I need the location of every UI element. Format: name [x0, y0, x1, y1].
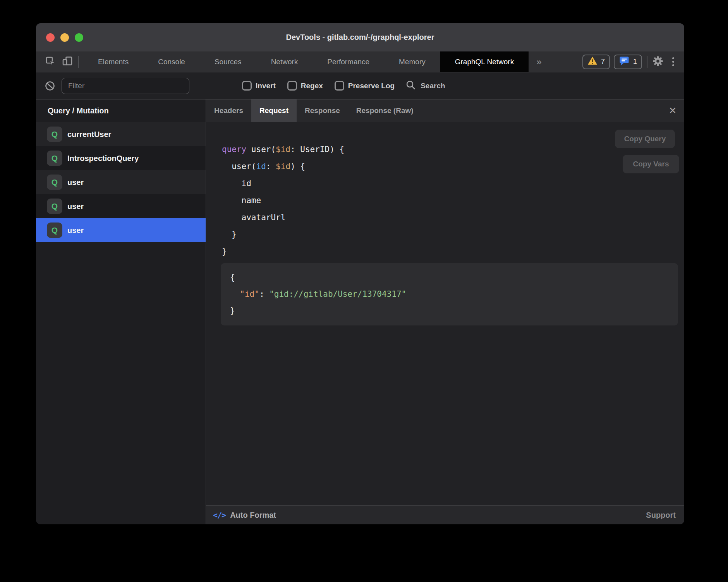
devtools-tab-graphql-network[interactable]: GraphQL Network — [440, 51, 529, 72]
query-list-item-currentuser[interactable]: QcurrentUser — [36, 122, 206, 146]
search-toggle[interactable]: Search — [405, 80, 445, 92]
query-list-item-user[interactable]: Quser — [36, 194, 206, 218]
more-options-kebab-icon[interactable] — [669, 55, 677, 68]
code-line: "id": "gid://gitlab/User/13704317" — [230, 286, 669, 303]
search-label: Search — [421, 82, 445, 90]
detail-tab-response[interactable]: Response — [297, 99, 348, 122]
detail-tab-strip: HeadersRequestResponseResponse (Raw) ✕ — [206, 99, 684, 122]
filter-bar: InvertRegexPreserve Log Search — [36, 72, 684, 99]
code-line: avatarUrl — [222, 209, 684, 226]
devtools-tab-sources[interactable]: Sources — [200, 51, 256, 72]
filter-checkboxes: InvertRegexPreserve Log — [242, 81, 395, 91]
issues-badge[interactable]: 1 — [614, 55, 642, 69]
title-bar: DevTools - gitlab.com/-/graphql-explorer — [36, 23, 684, 51]
regex-checkbox-label: Regex — [301, 82, 323, 90]
code-line: id — [222, 175, 684, 192]
auto-format-button[interactable]: Auto Format — [230, 511, 276, 520]
warnings-badge[interactable]: 7 — [582, 55, 610, 69]
query-variables-box: { "id": "gid://gitlab/User/13704317"} — [221, 263, 678, 325]
checkbox-invert[interactable]: Invert — [242, 81, 276, 91]
devtools-tab-elements[interactable]: Elements — [83, 51, 143, 72]
invert-checkbox-label: Invert — [256, 82, 276, 90]
preserve-log-checkbox-label: Preserve Log — [348, 82, 395, 90]
regex-checkbox-box[interactable] — [287, 81, 297, 91]
code-line: } — [222, 243, 684, 260]
copy-query-button[interactable]: Copy Query — [615, 130, 675, 148]
preserve-log-checkbox-box[interactable] — [335, 81, 344, 91]
query-type-badge: Q — [47, 175, 62, 190]
auto-format-icon: </> — [213, 510, 226, 520]
request-tab-content: Copy Query Copy Vars query user($id: Use… — [206, 122, 684, 505]
devtools-window: DevTools - gitlab.com/-/graphql-explorer… — [36, 23, 684, 524]
devtools-tab-memory[interactable]: Memory — [384, 51, 440, 72]
devtools-toolbar: ElementsConsoleSourcesNetworkPerformance… — [36, 51, 684, 72]
devtools-tab-strip: ElementsConsoleSourcesNetworkPerformance… — [83, 51, 529, 72]
detail-tab-headers[interactable]: Headers — [206, 99, 251, 122]
window-title: DevTools - gitlab.com/-/graphql-explorer — [36, 33, 684, 42]
settings-gear-icon[interactable] — [652, 55, 664, 68]
query-type-badge: Q — [47, 127, 62, 142]
toolbar-separator — [647, 56, 647, 68]
search-icon — [405, 80, 416, 92]
request-detail-panel: HeadersRequestResponseResponse (Raw) ✕ C… — [206, 99, 684, 524]
query-type-badge: Q — [47, 151, 62, 166]
checkbox-regex[interactable]: Regex — [287, 81, 323, 91]
filter-input[interactable] — [62, 78, 189, 94]
query-list-panel: Query / Mutation QcurrentUserQIntrospect… — [36, 99, 206, 524]
minimize-window-button[interactable] — [60, 33, 69, 42]
inspect-element-icon[interactable] — [45, 55, 56, 68]
zoom-window-button[interactable] — [75, 33, 83, 42]
query-list-item-user[interactable]: Quser — [36, 170, 206, 194]
toolbar-separator — [78, 56, 79, 68]
checkbox-preserve-log[interactable]: Preserve Log — [335, 81, 395, 91]
query-list-item-label: currentUser — [67, 130, 111, 139]
query-list-item-label: user — [67, 202, 84, 211]
query-list-item-user-selected[interactable]: Quser — [36, 218, 206, 242]
graphql-query-code: query user($id: UserID) { user(id: $id) … — [206, 122, 684, 260]
detail-tab-response-raw[interactable]: Response (Raw) — [348, 99, 422, 122]
code-line: } — [222, 226, 684, 243]
warning-icon — [587, 56, 598, 67]
query-type-badge: Q — [47, 199, 62, 214]
clear-block-icon[interactable] — [45, 80, 55, 91]
message-bubble-icon — [619, 56, 630, 68]
query-list-item-label: user — [67, 178, 84, 187]
close-panel-icon[interactable]: ✕ — [667, 104, 678, 117]
close-window-button[interactable] — [46, 33, 55, 42]
query-list-item-introspectionquery[interactable]: QIntrospectionQuery — [36, 146, 206, 170]
code-line: { — [230, 269, 669, 286]
query-list: QcurrentUserQIntrospectionQueryQuserQuse… — [36, 122, 206, 242]
query-list-header: Query / Mutation — [36, 99, 206, 122]
device-toolbar-icon[interactable] — [62, 55, 73, 68]
detail-footer: </> Auto Format Support — [206, 505, 684, 524]
warnings-count: 7 — [601, 58, 605, 66]
code-line: user(id: $id) { — [222, 158, 684, 175]
devtools-tab-console[interactable]: Console — [143, 51, 200, 72]
support-link[interactable]: Support — [646, 511, 676, 520]
code-line: } — [230, 303, 669, 319]
copy-vars-button[interactable]: Copy Vars — [623, 155, 679, 173]
devtools-tab-network[interactable]: Network — [256, 51, 313, 72]
issues-count: 1 — [633, 58, 637, 66]
devtools-tab-performance[interactable]: Performance — [312, 51, 384, 72]
code-line: name — [222, 192, 684, 209]
traffic-lights — [46, 33, 83, 42]
query-list-item-label: user — [67, 226, 84, 235]
more-tabs-button[interactable]: » — [529, 51, 549, 72]
query-list-item-label: IntrospectionQuery — [67, 154, 139, 163]
detail-tab-request[interactable]: Request — [251, 99, 297, 122]
query-type-badge: Q — [47, 223, 62, 238]
invert-checkbox-box[interactable] — [242, 81, 252, 91]
